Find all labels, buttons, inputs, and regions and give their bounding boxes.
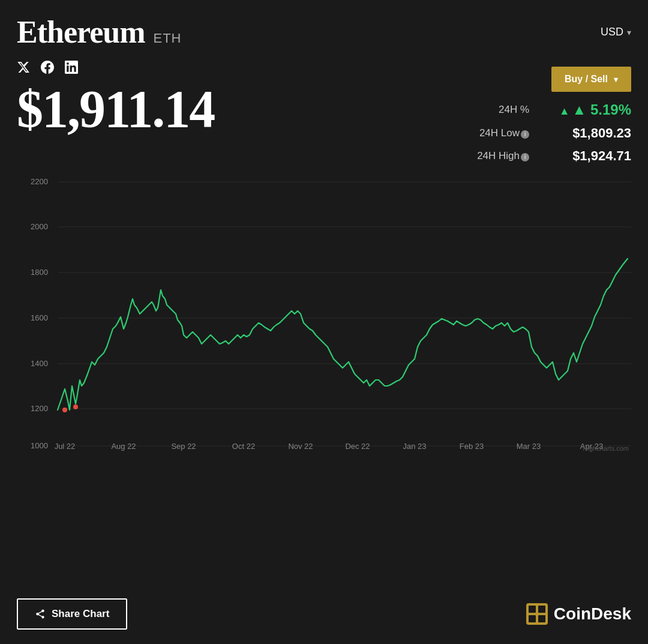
chart-container: 2200 2000 1800 1600 1400 1200 1000 Jul 2… — [17, 176, 631, 574]
svg-text:Aug 22: Aug 22 — [111, 442, 136, 451]
social-price-row: $1,911.14 Buy / Sell ▾ 24H % ▲▲ 5.19% 24… — [17, 61, 631, 164]
high-info-icon[interactable]: i — [521, 153, 529, 161]
low-label: 24H Lowi — [479, 127, 529, 139]
change-value: ▲▲ 5.19% — [553, 101, 631, 118]
facebook-icon[interactable] — [41, 61, 54, 77]
buy-sell-label: Buy / Sell — [565, 74, 608, 85]
buy-sell-button[interactable]: Buy / Sell ▾ — [551, 67, 631, 92]
svg-rect-29 — [538, 615, 545, 622]
stat-row-low: 24H Lowi $1,809.23 — [477, 125, 631, 141]
share-chart-label: Share Chart — [52, 608, 109, 620]
coindesk-logo: CoinDesk — [526, 603, 631, 625]
svg-text:Sep 22: Sep 22 — [171, 442, 196, 451]
svg-text:1600: 1600 — [31, 313, 48, 322]
high-label: 24H Highi — [477, 150, 529, 162]
social-icons — [17, 61, 214, 77]
svg-text:2200: 2200 — [31, 177, 48, 186]
currency-label: USD — [601, 26, 623, 38]
share-icon — [35, 609, 46, 619]
high-value: $1,924.71 — [553, 148, 631, 164]
svg-point-30 — [535, 612, 539, 616]
share-chart-button[interactable]: Share Chart — [17, 598, 127, 630]
currency-caret: ▾ — [627, 28, 631, 37]
page-wrapper: Ethereum ETH USD ▾ $1,911.14 — [0, 0, 648, 644]
stats-block: Buy / Sell ▾ 24H % ▲▲ 5.19% 24H Lowi $1,… — [477, 61, 631, 164]
stat-row-change: 24H % ▲▲ 5.19% — [477, 101, 631, 118]
header-row: Ethereum ETH USD ▾ — [17, 14, 631, 50]
low-dot-2 — [73, 405, 78, 409]
svg-text:1000: 1000 — [31, 441, 48, 450]
svg-text:Jul 22: Jul 22 — [55, 442, 76, 451]
coindesk-icon — [526, 603, 548, 625]
svg-text:Oct 22: Oct 22 — [232, 442, 255, 451]
low-dot-1 — [62, 408, 67, 412]
svg-rect-28 — [529, 615, 536, 622]
svg-text:Nov 22: Nov 22 — [288, 442, 313, 451]
buy-sell-caret: ▾ — [614, 75, 618, 84]
svg-rect-26 — [529, 606, 536, 613]
coindesk-label: CoinDesk — [554, 604, 631, 624]
footer-row: Share Chart CoinDesk — [17, 598, 631, 630]
svg-text:Highcharts.com: Highcharts.com — [583, 445, 629, 452]
currency-selector[interactable]: USD ▾ — [601, 26, 631, 38]
svg-text:1400: 1400 — [31, 359, 48, 368]
change-label: 24H % — [499, 104, 529, 116]
left-block: $1,911.14 — [17, 61, 214, 136]
coin-ticker: ETH — [153, 31, 181, 46]
price-display: $1,911.14 — [17, 83, 214, 136]
svg-text:Jan 23: Jan 23 — [403, 442, 426, 451]
svg-text:1200: 1200 — [31, 404, 48, 413]
low-value: $1,809.23 — [553, 125, 631, 141]
svg-text:Dec 22: Dec 22 — [345, 442, 370, 451]
twitter-icon[interactable] — [17, 61, 30, 77]
stats-table: 24H % ▲▲ 5.19% 24H Lowi $1,809.23 24H Hi… — [477, 101, 631, 164]
price-chart: 2200 2000 1800 1600 1400 1200 1000 Jul 2… — [17, 176, 631, 452]
svg-text:Mar 23: Mar 23 — [517, 442, 541, 451]
title-block: Ethereum ETH — [17, 14, 181, 50]
low-info-icon[interactable]: i — [521, 130, 529, 139]
arrow-up: ▲ — [559, 105, 570, 117]
linkedin-icon[interactable] — [65, 61, 78, 77]
stat-row-high: 24H Highi $1,924.71 — [477, 148, 631, 164]
svg-text:2000: 2000 — [31, 222, 48, 231]
svg-text:1800: 1800 — [31, 268, 48, 277]
svg-text:Feb 23: Feb 23 — [460, 442, 484, 451]
coin-name: Ethereum — [17, 14, 145, 50]
svg-rect-27 — [538, 606, 545, 613]
